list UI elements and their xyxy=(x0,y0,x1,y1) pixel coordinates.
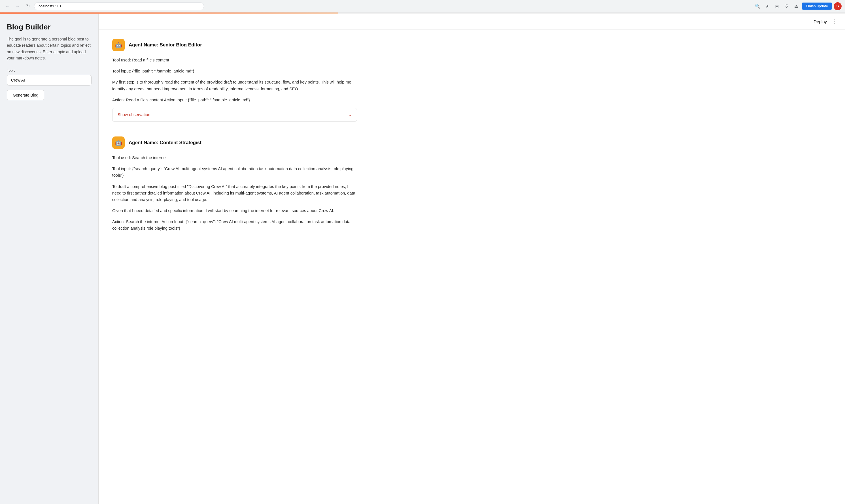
sidebar-title: Blog Builder xyxy=(7,23,91,32)
zoom-icon[interactable]: 🔍 xyxy=(754,2,762,10)
topic-label: Topic xyxy=(7,68,91,72)
agent-body-1: Tool used: Read a file's content Tool in… xyxy=(112,57,357,122)
generate-blog-button[interactable]: Generate Blog xyxy=(7,90,44,100)
address-bar[interactable]: localhost:8501 xyxy=(34,2,204,10)
agent-tool-input-1: Tool input: {"file_path": "./sample_arti… xyxy=(112,68,357,74)
agent-action-1: Action: Read a file's content Action Inp… xyxy=(112,97,357,103)
main-top-bar: Deploy ⋮ xyxy=(99,14,845,30)
shield-icon[interactable]: 🛡 xyxy=(783,2,791,10)
deploy-button[interactable]: Deploy xyxy=(813,19,827,24)
sidebar: Blog Builder The goal is to generate a p… xyxy=(0,14,99,504)
agent-name-1: Agent Name: Senior Blog Editor xyxy=(128,42,202,48)
agent-header-1: 🤖 Agent Name: Senior Blog Editor xyxy=(112,39,357,51)
reload-button[interactable]: ↻ xyxy=(24,2,32,10)
user-avatar[interactable]: S xyxy=(834,2,842,10)
agent-tool-input-2: Tool input: {"search_query": "Crew AI mu… xyxy=(112,166,357,179)
back-button[interactable]: ← xyxy=(3,2,11,10)
agent-icon-2: 🤖 xyxy=(112,137,125,149)
url-text: localhost:8501 xyxy=(38,4,62,8)
agent-tool-used-2: Tool used: Search the internet xyxy=(112,155,357,161)
app-layout: Blog Builder The goal is to generate a p… xyxy=(0,14,845,504)
agent-name-2: Agent Name: Content Strategist xyxy=(128,140,202,146)
extensions-icon[interactable]: ⏏ xyxy=(792,2,800,10)
agent-body-text-2a: To draft a comprehensive blog post title… xyxy=(112,183,357,203)
sidebar-description: The goal is to generate a personal blog … xyxy=(7,36,91,61)
agent-body-text-1: My first step is to thoroughly read the … xyxy=(112,79,357,92)
bookmark-icon[interactable]: ★ xyxy=(763,2,771,10)
browser-chrome: ← → ↻ localhost:8501 🔍 ★ M 🛡 ⏏ Finish up… xyxy=(0,0,845,13)
agent-action-2: Action: Search the internet Action Input… xyxy=(112,219,357,232)
agent-tool-used-1: Tool used: Read a file's content xyxy=(112,57,357,64)
show-observation-label-1: Show observation xyxy=(118,112,150,117)
agent-body-2: Tool used: Search the internet Tool inpu… xyxy=(112,155,357,232)
forward-button[interactable]: → xyxy=(14,2,21,10)
chevron-down-icon-1: ⌄ xyxy=(348,112,352,118)
mail-icon[interactable]: M xyxy=(773,2,781,10)
content-area: 🤖 Agent Name: Senior Blog Editor Tool us… xyxy=(99,30,370,256)
more-options-button[interactable]: ⋮ xyxy=(831,19,837,24)
agent-block-2: 🤖 Agent Name: Content Strategist Tool us… xyxy=(112,137,357,232)
main-content: Deploy ⋮ 🤖 Agent Name: Senior Blog Edito… xyxy=(99,14,845,504)
agent-icon-1: 🤖 xyxy=(112,39,125,51)
agent-header-2: 🤖 Agent Name: Content Strategist xyxy=(112,137,357,149)
agent-body-text-2b: Given that I need detailed and specific … xyxy=(112,208,357,214)
agent-block-1: 🤖 Agent Name: Senior Blog Editor Tool us… xyxy=(112,39,357,122)
show-observation-toggle-1[interactable]: Show observation ⌄ xyxy=(112,108,357,122)
browser-actions: 🔍 ★ M 🛡 ⏏ Finish update S xyxy=(754,2,842,10)
finish-update-button[interactable]: Finish update xyxy=(802,3,832,10)
topic-input[interactable] xyxy=(7,75,91,86)
